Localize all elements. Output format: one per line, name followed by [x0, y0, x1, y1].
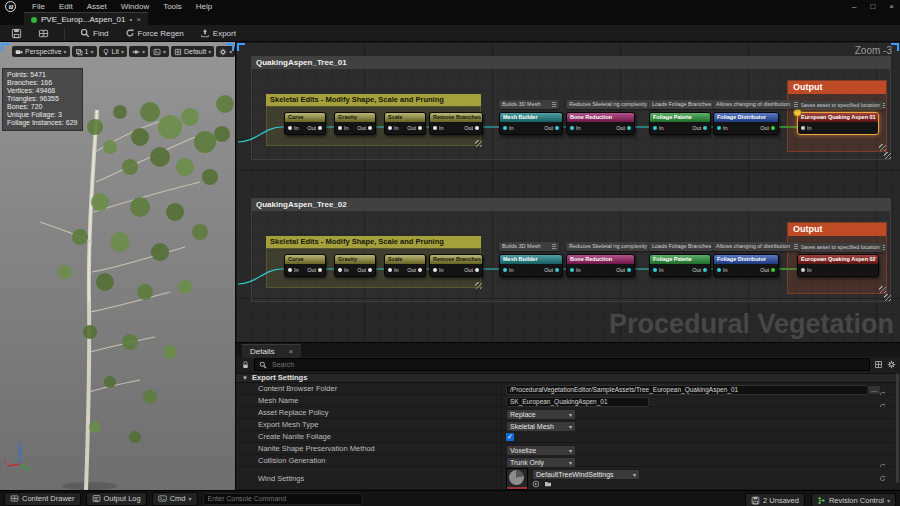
menu-window[interactable]: Window — [121, 2, 149, 11]
details-tab-close-icon[interactable]: × — [288, 347, 293, 356]
resize-handle[interactable] — [475, 282, 482, 289]
pin-out[interactable]: Out — [544, 125, 559, 131]
close-window-icon[interactable]: × — [889, 2, 894, 11]
search-input[interactable] — [254, 358, 870, 371]
pin-out[interactable]: Out — [357, 125, 372, 131]
menu-edit[interactable]: Edit — [59, 2, 73, 11]
pin-in[interactable]: In — [503, 267, 514, 273]
details-scrollbar[interactable] — [896, 373, 899, 483]
console-command-input[interactable] — [203, 493, 363, 505]
pin-out[interactable]: Out — [544, 267, 559, 273]
output-bubble[interactable]: Saves asset to specified location — [797, 101, 885, 110]
pin-in[interactable]: In — [433, 267, 444, 273]
viewport-default-dropdown[interactable]: Default▾ — [171, 46, 214, 57]
resize-handle[interactable] — [475, 140, 482, 147]
pin-out[interactable]: Out — [464, 267, 479, 273]
search-field[interactable] — [270, 360, 865, 369]
preview-viewport[interactable]: Perspective▾1▾Lit▾▾▾Default▾▾ Points: 54… — [0, 42, 235, 490]
revision-control-button[interactable]: Revision Control▾ — [811, 493, 896, 506]
pin-in[interactable]: In — [653, 125, 664, 131]
asset-dropdown[interactable]: DefaultTreeWindSettings▾ — [532, 469, 640, 480]
graph-node-output-asset[interactable]: European Quaking Aspen 01 In — [797, 112, 879, 135]
node-comment-bubble[interactable]: Reduces Skeletal rig complexity — [566, 100, 660, 109]
resize-handle[interactable] — [879, 144, 886, 151]
output-comment[interactable]: Output Saves asset to specified location… — [787, 80, 887, 152]
pin-in[interactable]: In — [801, 125, 812, 131]
viewport-1-dropdown[interactable]: 1▾ — [72, 46, 97, 57]
node-graph-panel[interactable]: Zoom -3 Procedural Vegetation QuakingAsp… — [235, 42, 900, 342]
pin-out[interactable]: Out — [407, 267, 422, 273]
find-button[interactable]: Find — [75, 26, 114, 40]
pin-in[interactable]: In — [288, 267, 299, 273]
pin-in[interactable]: In — [388, 267, 399, 273]
pin-out[interactable]: Out — [692, 267, 707, 273]
cmd-dropdown[interactable]: Cmd▾ — [152, 492, 198, 506]
node-comment-bubble[interactable]: Loads Foliage Branches — [649, 100, 717, 109]
graph-node-curve[interactable]: Curve In Out — [284, 112, 326, 135]
pin-out[interactable]: Out — [307, 125, 322, 131]
output-comment[interactable]: Output Saves asset to specified location… — [787, 222, 887, 294]
output-bubble[interactable]: Saves asset to specified location — [797, 243, 885, 252]
reset-to-default-button[interactable] — [879, 469, 886, 487]
pin-in[interactable]: In — [570, 125, 581, 131]
pin-in[interactable]: In — [288, 125, 299, 131]
node-comment-bubble[interactable]: Allows changing of distribution — [713, 242, 801, 251]
pin-in[interactable]: In — [801, 267, 812, 273]
graph-node-scale[interactable]: Scale In Out — [384, 112, 426, 135]
pin-in[interactable]: In — [717, 267, 728, 273]
graph-node-gravity[interactable]: Gravity In Out — [334, 112, 376, 135]
force-regen-button[interactable]: Force Regen — [120, 26, 189, 40]
pin-out[interactable]: Out — [760, 267, 775, 273]
graph-node-mesh-builder[interactable]: Mesh Builder In Out — [499, 112, 563, 135]
graph-node-foliage-distributor[interactable]: Foliage Distributor In Out — [713, 112, 779, 135]
maximize-window-icon[interactable]: □ — [870, 2, 875, 11]
pin-out[interactable]: Out — [760, 125, 775, 131]
output-comment-title[interactable]: Output — [788, 81, 886, 94]
pin-out[interactable]: Out — [616, 125, 631, 131]
pin-in[interactable]: In — [338, 125, 349, 131]
pin-in[interactable]: In — [653, 267, 664, 273]
checkbox[interactable]: ✓ — [506, 433, 514, 441]
unsaved-button[interactable]: 2 Unsaved — [745, 493, 805, 506]
pin-in[interactable]: In — [433, 125, 444, 131]
node-comment-bubble[interactable]: Builds 3D Mesh — [499, 100, 559, 109]
node-comment-bubble[interactable]: Builds 3D Mesh — [499, 242, 559, 251]
graph-node-remove-branches[interactable]: Remove Branches In Out — [429, 254, 483, 277]
folder-icon[interactable] — [544, 480, 552, 488]
graph-node-bone-reduction[interactable]: Bone Reduction In Out — [566, 112, 635, 135]
graph-node-foliage-palette[interactable]: Foliage Palette In Out — [649, 254, 711, 277]
node-comment-bubble[interactable]: Reduces Skeletal rig complexity — [566, 242, 660, 251]
pin-out[interactable]: Out — [357, 267, 372, 273]
resize-handle[interactable] — [879, 286, 886, 293]
pin-out[interactable]: Out — [307, 267, 322, 273]
pin-in[interactable]: In — [388, 125, 399, 131]
menu-file[interactable]: File — [32, 2, 45, 11]
graph-node-remove-branches[interactable]: Remove Branches In Out — [429, 112, 483, 135]
pin-out[interactable]: Out — [464, 125, 479, 131]
node-comment-bubble[interactable]: Allows changing of distribution — [713, 100, 801, 109]
asset-tab[interactable]: PVE_Europ...Aspen_01 • × — [24, 12, 148, 26]
graph-node-foliage-distributor[interactable]: Foliage Distributor In Out — [713, 254, 779, 277]
pin-in[interactable]: In — [717, 125, 728, 131]
graph-node-gravity[interactable]: Gravity In Out — [334, 254, 376, 277]
graph-node-curve[interactable]: Curve In Out — [284, 254, 326, 277]
pin-in[interactable]: In — [570, 267, 581, 273]
asset-thumbnail[interactable] — [506, 468, 528, 490]
menu-asset[interactable]: Asset — [87, 2, 107, 11]
node-comment-bubble[interactable]: Loads Foliage Branches — [649, 242, 717, 251]
viewport-eye-dropdown[interactable]: ▾ — [129, 46, 148, 57]
tab-details[interactable]: Details × — [242, 344, 301, 358]
minimize-window-icon[interactable]: – — [852, 2, 856, 11]
output-comment-title[interactable]: Output — [788, 223, 886, 236]
graph-node-bone-reduction[interactable]: Bone Reduction In Out — [566, 254, 635, 277]
pin-in[interactable]: In — [338, 267, 349, 273]
text-field[interactable]: SK_European_QuakingAspen_01 — [506, 397, 649, 407]
content-drawer-button[interactable]: Content Drawer — [4, 492, 81, 506]
viewport-perspective-dropdown[interactable]: Perspective▾ — [12, 46, 70, 57]
menu-tools[interactable]: Tools — [163, 2, 182, 11]
pin-out[interactable]: Out — [407, 125, 422, 131]
export-button[interactable]: Export — [195, 26, 241, 40]
graph-node-foliage-palette[interactable]: Foliage Palette In Out — [649, 112, 711, 135]
pin-in[interactable]: In — [503, 125, 514, 131]
menu-help[interactable]: Help — [196, 2, 212, 11]
